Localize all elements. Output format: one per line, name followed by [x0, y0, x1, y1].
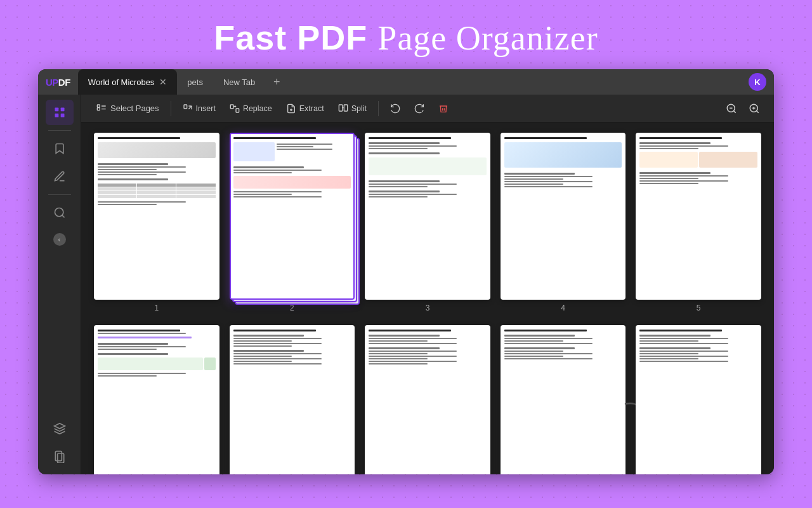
page-thumb-3[interactable]: [365, 133, 490, 300]
hero-section: Fast PDF Page Organizer: [214, 18, 598, 58]
titlebar: UPDF World of Microbes ✕ pets New Tab + …: [38, 69, 774, 95]
svg-rect-0: [55, 108, 58, 112]
svg-rect-8: [57, 453, 63, 463]
page-thumb-1[interactable]: [94, 133, 219, 300]
add-tab-button[interactable]: +: [268, 73, 285, 91]
zoom-out-button[interactable]: [722, 99, 741, 118]
page-thumb-7[interactable]: [230, 325, 355, 474]
replace-button[interactable]: Replace: [225, 101, 277, 116]
page-item-9[interactable]: 9: [501, 325, 626, 474]
page-thumb-2[interactable]: [230, 133, 355, 300]
toolbar-separator-1: [171, 101, 171, 116]
page-item-10[interactable]: 10: [636, 325, 761, 474]
svg-rect-7: [55, 451, 62, 461]
sidebar-collapse-button[interactable]: ‹: [53, 233, 66, 246]
svg-rect-21: [344, 105, 347, 111]
page-item-1[interactable]: 1: [94, 133, 219, 312]
tab-new-tab[interactable]: New Tab: [213, 69, 265, 95]
page-item-3[interactable]: 3: [365, 133, 490, 312]
page-item-4[interactable]: 4: [501, 133, 626, 312]
avatar: K: [749, 73, 766, 91]
pages-area[interactable]: 1: [81, 123, 774, 474]
svg-rect-9: [97, 105, 100, 107]
pages-grid: 1: [94, 133, 761, 474]
page-number-3: 3: [426, 304, 430, 312]
svg-rect-13: [184, 105, 187, 109]
page-thumb-4[interactable]: [501, 133, 626, 300]
svg-marker-6: [54, 424, 65, 429]
split-label: Split: [351, 104, 367, 113]
sidebar-icon-pages[interactable]: [46, 444, 74, 469]
sidebar: ‹: [38, 95, 81, 474]
rotate-right-button[interactable]: [409, 101, 429, 116]
svg-rect-17: [236, 109, 239, 112]
tab-world-of-microbes[interactable]: World of Microbes ✕: [78, 69, 178, 95]
sidebar-icon-bookmark[interactable]: [46, 136, 74, 161]
page-thumb-9[interactable]: [501, 325, 626, 474]
tab-label: World of Microbes: [88, 77, 155, 87]
replace-label: Replace: [243, 104, 272, 113]
page-item-6[interactable]: 6: [94, 325, 219, 474]
page-thumb-6[interactable]: [94, 325, 219, 474]
updf-logo: UPDF: [46, 77, 70, 88]
extract-label: Extract: [299, 104, 324, 113]
tab-pets[interactable]: pets: [177, 69, 213, 95]
svg-line-27: [756, 110, 758, 112]
svg-rect-16: [230, 105, 233, 109]
page-number-1: 1: [154, 304, 159, 312]
select-pages-button[interactable]: Select Pages: [91, 101, 164, 116]
page-number-5: 5: [697, 304, 701, 312]
page-thumb-8[interactable]: [365, 325, 490, 474]
page-item-7[interactable]: 7: [230, 325, 355, 474]
toolbar-right: [722, 99, 764, 118]
svg-rect-20: [339, 105, 342, 111]
hero-suffix: Page Organizer: [377, 19, 598, 57]
sidebar-divider-2: [48, 194, 71, 195]
insert-label: Insert: [196, 104, 216, 113]
insert-button[interactable]: Insert: [178, 101, 221, 116]
page-item-5[interactable]: 5: [636, 133, 761, 312]
svg-point-4: [55, 208, 63, 217]
svg-line-24: [733, 110, 735, 112]
zoom-in-button[interactable]: [745, 99, 764, 118]
page-number-2: 2: [290, 304, 294, 312]
rotate-left-button[interactable]: [385, 101, 405, 116]
page-thumb-10[interactable]: [636, 325, 761, 474]
svg-rect-10: [97, 107, 100, 110]
hero-prefix: Fast PDF: [214, 18, 367, 57]
tab-close-icon[interactable]: ✕: [159, 77, 167, 87]
page-thumb-5[interactable]: [636, 133, 761, 300]
tab-label: pets: [187, 77, 203, 87]
svg-rect-3: [60, 114, 64, 117]
toolbar: Select Pages Insert Replace: [81, 95, 774, 123]
main-area: ‹ Select: [38, 95, 774, 474]
extract-button[interactable]: Extract: [281, 101, 329, 116]
page-number-4: 4: [561, 304, 565, 312]
sidebar-divider: [48, 130, 71, 131]
sidebar-icon-layers[interactable]: [46, 416, 74, 441]
content-area: Select Pages Insert Replace: [81, 95, 774, 474]
delete-button[interactable]: [433, 101, 454, 116]
select-pages-label: Select Pages: [110, 104, 159, 113]
sidebar-icon-annotation[interactable]: [46, 164, 74, 189]
sidebar-icon-thumbnails[interactable]: [46, 100, 74, 125]
svg-line-5: [62, 215, 64, 218]
sidebar-icon-search[interactable]: [46, 200, 74, 225]
svg-rect-2: [55, 114, 58, 117]
tab-label: New Tab: [223, 77, 255, 87]
split-button[interactable]: Split: [333, 101, 372, 116]
page-item-8[interactable]: 8: [365, 325, 490, 474]
svg-rect-1: [60, 108, 64, 112]
toolbar-separator-2: [378, 101, 379, 116]
page-item-2[interactable]: 2: [230, 133, 355, 312]
app-window: UPDF World of Microbes ✕ pets New Tab + …: [38, 69, 774, 474]
